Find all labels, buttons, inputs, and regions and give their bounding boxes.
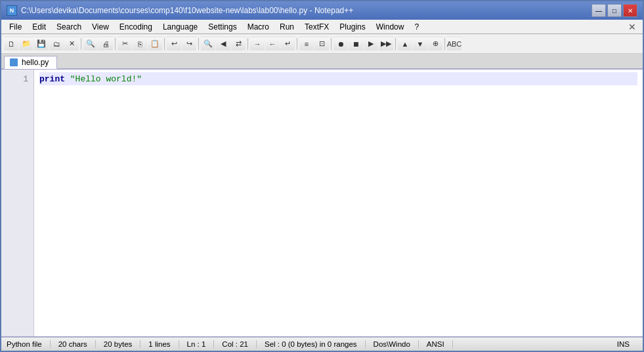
print-preview-btn[interactable]: 🔍 (83, 37, 98, 51)
toolbar-separator-9 (444, 38, 445, 50)
toolbar-separator-6 (297, 38, 297, 50)
status-sel: Sel : 0 (0 bytes) in 0 ranges (265, 340, 366, 348)
spellcheck-btn[interactable]: ABC (447, 37, 462, 51)
title-bar: N C:\Users\devika\Documents\courses\comp… (1, 1, 643, 20)
status-filetype: Python file (7, 340, 51, 348)
toolbar-separator-1 (81, 38, 81, 50)
toolbar-separator-8 (395, 38, 396, 50)
close-all-btn[interactable]: ✕ (64, 37, 79, 51)
status-col: Col : 21 (222, 340, 257, 348)
tab-file-icon (10, 58, 18, 66)
redo-btn[interactable]: ↪ (182, 37, 196, 51)
toolbar-separator-3 (164, 38, 165, 50)
title-bar-left: N C:\Users\devika\Documents\courses\comp… (7, 5, 353, 16)
menu-edit[interactable]: Edit (27, 20, 51, 33)
play-btn[interactable]: ▶ (364, 37, 378, 51)
paste-btn[interactable]: 📋 (148, 37, 162, 51)
new-file-btn[interactable]: 🗋 (4, 37, 18, 51)
run-macro-btn[interactable]: ▶▶ (379, 37, 393, 51)
editor-wrapper: 1 print "Hello world!" (1, 70, 643, 336)
save-all-btn[interactable]: 🗂 (49, 37, 64, 51)
toolbar-separator-5 (247, 38, 248, 50)
tab-hello-py[interactable]: hello.py (4, 56, 57, 69)
linenums-btn[interactable]: ≡ (299, 37, 314, 51)
undo-btn[interactable]: ↩ (167, 37, 181, 51)
status-bytes: 20 bytes (104, 340, 140, 348)
toolbar: 🗋 📁 💾 🗂 ✕ 🔍 🖨 ✂ ⎘ 📋 ↩ ↪ 🔍 ◀ ⇄ → ← ↵ ≡ ⊡ … (1, 34, 643, 54)
replace-btn[interactable]: ⇄ (231, 37, 246, 51)
minimize-button[interactable]: — (591, 4, 606, 17)
mark-btn[interactable]: ⊕ (428, 37, 442, 51)
open-file-btn[interactable]: 📁 (19, 37, 33, 51)
find-btn[interactable]: 🔍 (201, 37, 215, 51)
up-btn[interactable]: ▲ (398, 37, 412, 51)
status-mode: INS (617, 340, 637, 348)
notepad-window: N C:\Users\devika\Documents\courses\comp… (0, 0, 644, 352)
menu-textfx[interactable]: TextFX (299, 20, 334, 33)
status-bar: Python file 20 chars 20 bytes 1 lines Ln… (1, 336, 643, 351)
title-controls: — □ ✕ (591, 4, 637, 17)
fold-btn[interactable]: ⊡ (314, 37, 329, 51)
menu-plugins[interactable]: Plugins (334, 20, 370, 33)
code-line-1: print "Hello world!" (39, 72, 637, 85)
status-chars: 20 chars (58, 340, 96, 348)
toolbar-separator-4 (198, 38, 199, 50)
find-prev-btn[interactable]: ◀ (216, 37, 230, 51)
menu-encoding[interactable]: Encoding (114, 20, 158, 33)
maximize-button[interactable]: □ (607, 4, 622, 17)
unindent-btn[interactable]: ← (265, 37, 280, 51)
down-btn[interactable]: ▼ (413, 37, 427, 51)
app-icon: N (7, 5, 17, 16)
menu-run[interactable]: Run (274, 20, 299, 33)
menu-macro[interactable]: Macro (242, 20, 274, 33)
line-number-1: 1 (1, 72, 33, 85)
menu-help[interactable]: ? (409, 20, 424, 33)
menu-view[interactable]: View (87, 20, 114, 33)
record-btn[interactable]: ⏺ (333, 37, 348, 51)
menu-language[interactable]: Language (158, 20, 203, 33)
status-eol: Dos\Windo (374, 340, 419, 348)
code-editor[interactable]: print "Hello world!" (34, 70, 643, 336)
stop-btn[interactable]: ⏹ (349, 37, 363, 51)
tab-label: hello.py (22, 58, 49, 67)
toolbar-separator-2 (115, 38, 116, 50)
menu-bar-close[interactable]: ✕ (624, 22, 640, 32)
code-keyword: print (39, 74, 65, 84)
code-string: "Hello world!" (65, 74, 142, 84)
status-encoding: ANSI (427, 340, 453, 348)
close-button[interactable]: ✕ (623, 4, 637, 17)
menu-bar: File Edit Search View Encoding Language … (1, 20, 643, 34)
save-btn[interactable]: 💾 (34, 37, 49, 51)
menu-settings[interactable]: Settings (203, 20, 242, 33)
toolbar-separator-7 (331, 38, 332, 50)
tab-bar: hello.py (1, 54, 643, 70)
copy-btn[interactable]: ⎘ (133, 37, 147, 51)
indent-btn[interactable]: → (250, 37, 265, 51)
menu-search[interactable]: Search (51, 20, 87, 33)
wrap-btn[interactable]: ↵ (280, 37, 295, 51)
editor-container[interactable]: 1 print "Hello world!" (1, 70, 643, 336)
menu-window[interactable]: Window (371, 20, 410, 33)
cut-btn[interactable]: ✂ (118, 37, 132, 51)
status-lines: 1 lines (148, 340, 179, 348)
print-btn[interactable]: 🖨 (98, 37, 113, 51)
window-title: C:\Users\devika\Documents\courses\comp14… (21, 6, 353, 15)
line-numbers-gutter: 1 (1, 70, 34, 336)
menu-file[interactable]: File (4, 20, 27, 33)
status-ln: Ln : 1 (187, 340, 215, 348)
